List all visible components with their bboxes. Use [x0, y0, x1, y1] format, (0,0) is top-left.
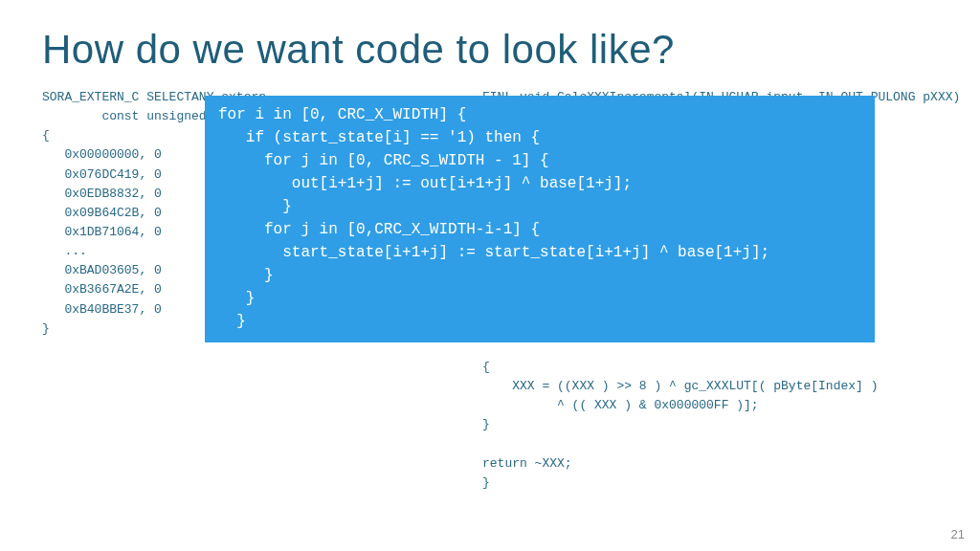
page-number: 21: [951, 527, 965, 541]
slide: How do we want code to look like? SORA_E…: [0, 0, 980, 551]
slide-title: How do we want code to look like?: [42, 27, 938, 73]
overlay-code-block: for i in [0, CRC_X_WIDTH] { if (start_st…: [205, 96, 875, 342]
slide-content: SORA_EXTERN_C SELECTANY extern const uns…: [42, 88, 938, 499]
